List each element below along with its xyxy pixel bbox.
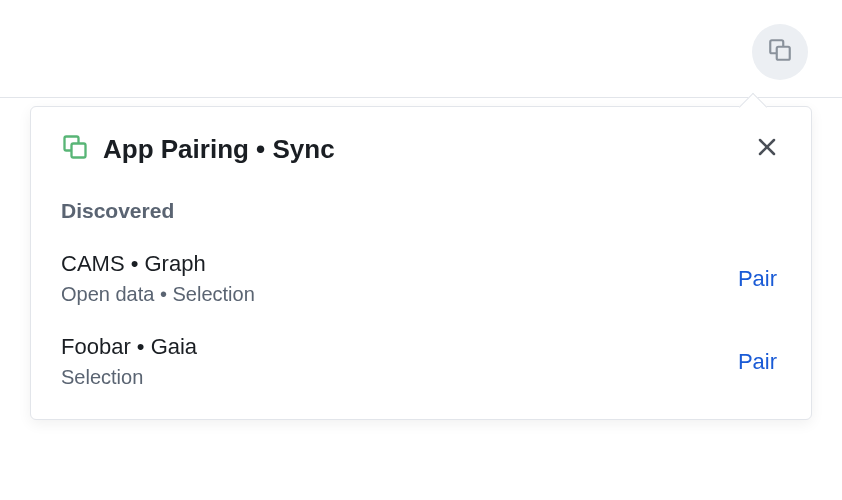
device-info: Foobar • Gaia Selection [61,334,734,389]
device-row: CAMS • Graph Open data • Selection Pair [61,251,781,306]
app-pairing-popover: App Pairing • Sync Discovered CAMS • Gra… [30,106,812,420]
device-name: Foobar • Gaia [61,334,734,360]
toolbar [0,0,842,98]
pair-icon [61,133,89,165]
svg-rect-1 [777,47,790,60]
device-row: Foobar • Gaia Selection Pair [61,334,781,389]
pair-action[interactable]: Pair [734,262,781,296]
pair-icon [767,37,793,67]
discovered-label: Discovered [61,199,781,223]
pair-action[interactable]: Pair [734,345,781,379]
close-icon [757,135,777,162]
device-info: CAMS • Graph Open data • Selection [61,251,734,306]
device-meta: Selection [61,366,734,389]
pair-sync-button[interactable] [752,24,808,80]
device-meta: Open data • Selection [61,283,734,306]
popover-header: App Pairing • Sync [61,133,781,165]
close-button[interactable] [753,133,781,165]
device-name: CAMS • Graph [61,251,734,277]
svg-rect-3 [72,144,86,158]
popover-title: App Pairing • Sync [103,134,739,165]
